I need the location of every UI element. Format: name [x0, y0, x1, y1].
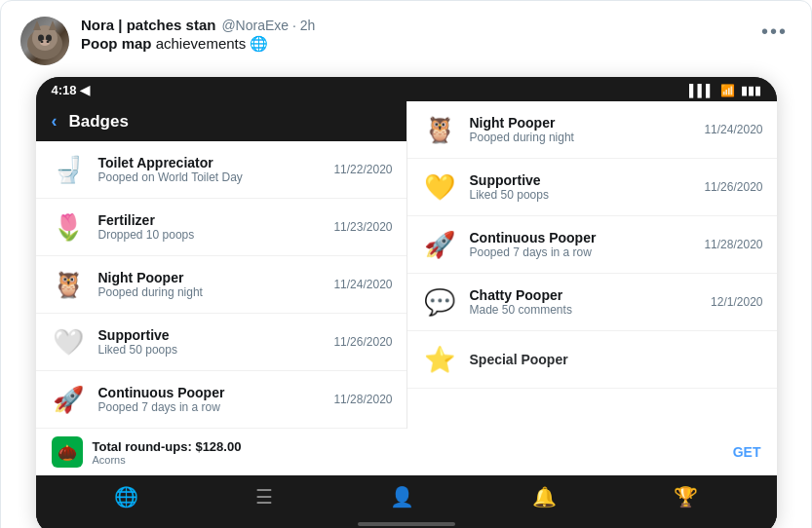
badge-row-supportive-right: 💛 Supportive Liked 50 poops 11/26/2020	[407, 159, 777, 216]
right-panel: 🦉 Night Pooper Pooped during night 11/24…	[406, 101, 777, 429]
badge-desc: Dropped 10 poops	[98, 228, 327, 242]
status-icons: ▌▌▌ 📶 ▮▮▮	[689, 84, 761, 97]
badge-row-special: ⭐ Special Pooper	[407, 331, 777, 389]
tweet-header: Nora | patches stan @NoraExe · 2h Poop m…	[20, 17, 792, 65]
left-panel: ‹ Badges 🚽 Toilet Appreciator Pooped on …	[36, 101, 406, 429]
badge-info-continuous: Continuous Pooper Pooped 7 days in a row	[98, 385, 327, 414]
badge-info-continuous-r: Continuous Pooper Pooped 7 days in a row	[470, 230, 697, 259]
app-bottom: 🌰 Total round-ups: $128.00 Acorns GET 🌐 …	[36, 429, 777, 528]
separator: ·	[292, 18, 300, 33]
badge-desc: Pooped during night	[98, 285, 327, 299]
tweet-normal: achievements 🌐	[152, 35, 269, 52]
signal-icon: ▌▌▌	[689, 84, 715, 97]
badge-info-supportive-r: Supportive Liked 50 poops	[470, 172, 697, 202]
person-nav-icon[interactable]: 👤	[390, 485, 414, 509]
svg-marker-3	[49, 20, 57, 30]
get-button[interactable]: GET	[733, 444, 761, 460]
rocket-icon-right: 🚀	[421, 226, 458, 263]
user-name-row: Nora | patches stan @NoraExe · 2h	[81, 17, 315, 33]
acorns-icon: 🌰	[52, 436, 83, 468]
svg-point-7	[41, 41, 44, 43]
acorns-banner: 🌰 Total round-ups: $128.00 Acorns GET	[36, 429, 777, 475]
badges-header: ‹ Badges	[36, 101, 406, 141]
heart-gold-icon: 💛	[421, 169, 458, 206]
acorns-subtitle: Acorns	[93, 454, 723, 466]
home-indicator	[36, 516, 777, 528]
badge-row-continuous-left: 🚀 Continuous Pooper Pooped 7 days in a r…	[36, 371, 406, 429]
badge-date: 11/22/2020	[333, 163, 392, 176]
heart-icon: 🤍	[50, 323, 87, 360]
badge-date: 11/23/2020	[333, 220, 392, 234]
badge-row-toilet: 🚽 Toilet Appreciator Pooped on World Toi…	[36, 141, 406, 199]
badge-info-fertilizer: Fertilizer Dropped 10 poops	[98, 212, 327, 242]
phone-mockup: 4:18 ◀ ▌▌▌ 📶 ▮▮▮ ‹ Badges 🚽	[36, 77, 777, 528]
badge-name: Special Pooper	[470, 352, 755, 367]
badge-info-chatty: Chatty Pooper Made 50 comments	[470, 287, 704, 317]
battery-icon: ▮▮▮	[741, 84, 761, 97]
time[interactable]: 2h	[300, 18, 316, 33]
badge-row-chatty: 💬 Chatty Pooper Made 50 comments 12/1/20…	[407, 274, 777, 331]
badge-row-night-right: 🦉 Night Pooper Pooped during night 11/24…	[407, 101, 777, 159]
acorns-text: Total round-ups: $128.00 Acorns	[93, 439, 723, 466]
badge-desc: Pooped on World Toilet Day	[98, 170, 327, 184]
svg-marker-2	[33, 20, 41, 30]
badge-date: 11/24/2020	[333, 278, 392, 291]
bell-nav-icon[interactable]: 🔔	[532, 485, 557, 509]
handle[interactable]: @NoraExe	[221, 18, 289, 33]
more-button[interactable]: •••	[757, 17, 792, 47]
badge-desc: Liked 50 poops	[98, 343, 327, 357]
badges-title: Badges	[69, 112, 129, 132]
badge-name: Fertilizer	[98, 212, 327, 228]
badge-info-supportive: Supportive Liked 50 poops	[98, 327, 327, 357]
badge-info-special: Special Pooper	[470, 352, 755, 367]
owl-icon-right: 🦉	[421, 111, 458, 148]
badge-name: Toilet Appreciator	[98, 155, 327, 170]
svg-point-6	[40, 40, 50, 46]
fertilizer-icon: 🌷	[50, 208, 87, 245]
badge-desc: Pooped 7 days in a row	[470, 245, 697, 259]
trophy-nav-icon[interactable]: 🏆	[674, 485, 698, 509]
handle-time: @NoraExe · 2h	[221, 18, 315, 33]
globe-nav-icon[interactable]: 🌐	[114, 485, 138, 509]
badge-desc: Pooped 7 days in a row	[98, 400, 327, 414]
badge-name: Continuous Pooper	[470, 230, 697, 245]
phone-content: ‹ Badges 🚽 Toilet Appreciator Pooped on …	[36, 101, 777, 429]
chat-icon: 💬	[421, 283, 458, 321]
badge-date: 11/26/2020	[704, 180, 762, 194]
avatar[interactable]	[20, 17, 69, 65]
badge-name: Chatty Pooper	[470, 287, 704, 303]
badge-info-night-r: Night Pooper Pooped during night	[470, 115, 697, 144]
badge-name: Night Pooper	[470, 115, 697, 131]
badge-name: Continuous Pooper	[98, 385, 327, 400]
status-bar: 4:18 ◀ ▌▌▌ 📶 ▮▮▮	[36, 77, 777, 101]
badge-row-fertilizer: 🌷 Fertilizer Dropped 10 poops 11/23/2020	[36, 199, 406, 256]
svg-point-8	[47, 41, 50, 43]
badge-name: Supportive	[470, 172, 697, 188]
star-icon: ⭐	[421, 341, 458, 378]
badge-date: 11/28/2020	[333, 393, 392, 406]
toilet-icon: 🚽	[50, 151, 87, 188]
user-info: Nora | patches stan @NoraExe · 2h Poop m…	[81, 17, 315, 53]
badge-name: Night Pooper	[98, 270, 327, 285]
badge-desc: Pooped during night	[470, 131, 697, 144]
acorns-title: Total round-ups: $128.00	[93, 439, 723, 454]
badge-info-night: Night Pooper Pooped during night	[98, 270, 327, 299]
rocket-icon: 🚀	[50, 381, 87, 418]
badge-info-toilet: Toilet Appreciator Pooped on World Toile…	[98, 155, 327, 184]
wifi-icon: 📶	[720, 84, 735, 97]
badge-date: 11/26/2020	[333, 335, 392, 349]
badge-date: 11/28/2020	[704, 238, 762, 251]
badge-desc: Made 50 comments	[470, 303, 704, 317]
badge-row-continuous-right: 🚀 Continuous Pooper Pooped 7 days in a r…	[407, 216, 777, 274]
badge-date: 11/24/2020	[704, 123, 762, 136]
badge-row-supportive-left: 🤍 Supportive Liked 50 poops 11/26/2020	[36, 314, 406, 371]
tweet-header-left: Nora | patches stan @NoraExe · 2h Poop m…	[20, 17, 315, 65]
tweet-bold: Poop map	[81, 35, 152, 52]
display-name[interactable]: Nora | patches stan	[81, 17, 215, 33]
owl-icon: 🦉	[50, 266, 87, 303]
badge-row-night-left: 🦉 Night Pooper Pooped during night 11/24…	[36, 256, 406, 314]
tweet-text: Poop map achievements 🌐	[81, 35, 315, 53]
menu-nav-icon[interactable]: ☰	[255, 485, 273, 509]
back-button[interactable]: ‹	[52, 111, 58, 132]
badge-desc: Liked 50 poops	[470, 188, 697, 202]
